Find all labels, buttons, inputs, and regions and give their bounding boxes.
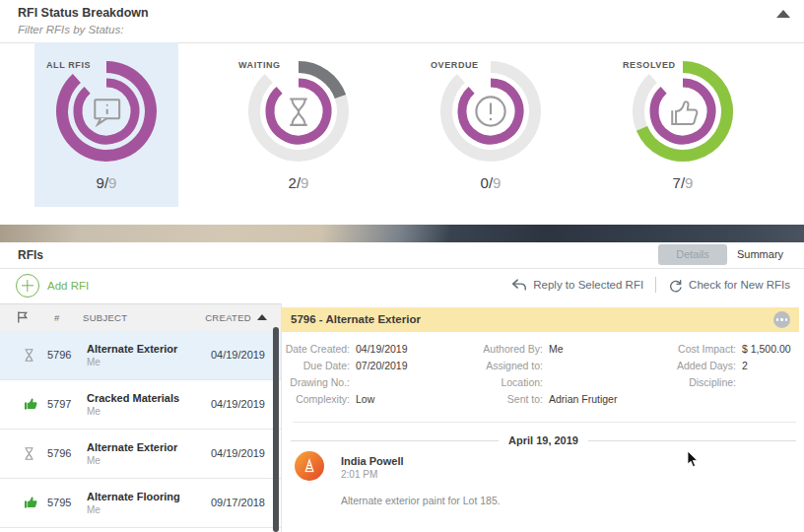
comment-text: Alternate exterior paint for Lot 185. [341,495,501,506]
card-count: 7/9 [611,174,755,191]
caret-up-icon[interactable] [776,10,790,18]
flag-icon [16,310,29,324]
exclamation-icon [471,92,510,131]
plus-icon [16,274,39,298]
comment-author: India Powell [341,455,404,467]
card-count: 0/9 [419,174,563,191]
thumbs-up-icon [663,92,703,131]
field-value: 07/20/2019 [356,360,408,371]
reply-to-selected-rfi-button[interactable]: Reply to Selected RFI [511,278,643,292]
comment-time: 2:01 PM [341,469,377,480]
hourglass-icon [22,346,36,365]
sort-asc-icon [257,314,267,320]
table-row[interactable]: 5797 Cracked Materials Me 04/19/2019 [0,380,281,430]
company-logo-icon [300,456,319,476]
donut-overdue [439,60,542,163]
breakdown-subtitle: Filter RFIs by Status: [18,24,123,35]
ellipsis-icon[interactable] [773,311,790,328]
mouse-cursor [687,451,699,468]
rfi-dashboard: RFI Status Breakdown Filter RFIs by Stat… [0,0,804,532]
column-number: # [54,312,59,323]
thumbs-up-icon [22,395,38,412]
refresh-icon [668,278,683,293]
detail-fields: Date Created:04/19/2019 Due Date:07/20/2… [281,343,800,405]
breakdown-title: RFI Status Breakdown [18,6,149,20]
field-value: Me [549,343,564,355]
thumbs-up-icon [22,494,38,510]
rfi-table-header[interactable]: # SUBJECT CREATED [0,303,281,332]
tab-details[interactable]: Details [658,244,727,265]
donut-all-rfis [55,60,158,163]
tab-summary[interactable]: Summary [737,244,783,265]
add-rfi-button[interactable]: Add RFI [16,274,89,298]
reply-icon [511,278,527,292]
rfis-title: RFIs [18,248,43,262]
card-count: 2/9 [227,174,370,191]
field-value: 2 [742,360,748,371]
field-value: $ 1,500.00 [742,343,791,355]
divider [655,277,656,293]
status-card-all-rfis[interactable]: ALL RFIS 9/9 [34,42,178,207]
check-for-new-rfis-button[interactable]: Check for New RFIs [668,278,790,293]
list-scrollbar[interactable] [273,327,279,532]
field-value: Low [356,393,374,405]
rfi-detail-panel: 5796 - Alternate Exterior Date Created:0… [281,303,804,532]
column-created: CREATED [205,312,251,323]
table-row[interactable]: 5796 Alternate Exterior Me 04/19/2019 [0,430,281,479]
project-photo-strip [0,225,804,242]
status-card-overdue[interactable]: OVERDUE 0/9 [419,42,563,207]
avatar [295,451,324,481]
info-bubble-icon [88,93,125,130]
rfis-header: RFIs Details Summary [0,242,804,269]
table-row[interactable]: 5795 Alternate Flooring Me 09/17/2018 [0,479,281,528]
rfis-toolbar: Add RFI Reply to Selected RFI Check for … [0,268,804,303]
table-row[interactable]: 5796 Alternate Exterior Me 04/19/2019 [0,331,281,380]
date-divider: April 19, 2019 [291,434,796,446]
status-card-resolved[interactable]: RESOLVED 7/9 [611,42,755,207]
hourglass-icon [280,93,317,130]
status-card-waiting[interactable]: WAITING 2/9 [227,42,370,207]
card-count: 9/9 [34,174,178,191]
field-value: 04/19/2019 [356,343,408,355]
divider [293,422,796,423]
detail-title: 5796 - Alternate Exterior [291,313,421,325]
column-subject: SUBJECT [83,312,127,323]
donut-resolved [632,60,734,163]
hourglass-icon [22,444,36,463]
detail-header: 5796 - Alternate Exterior [281,307,799,332]
rfi-list-panel: # SUBJECT CREATED 5796 Alternate Exterio… [0,303,282,532]
status-cards: ALL RFIS 9/9 WAITING [0,42,804,207]
field-value: Adrian Frutiger [549,393,617,405]
donut-waiting [247,60,350,163]
